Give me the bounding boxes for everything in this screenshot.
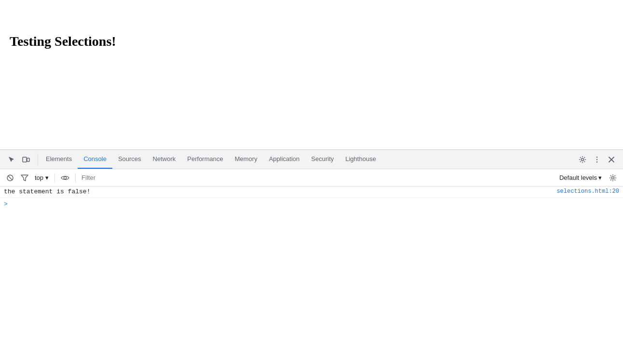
console-toolbar-right [607, 172, 619, 184]
device-toolbar-button[interactable] [19, 153, 33, 166]
svg-point-5 [596, 161, 597, 162]
tab-sources[interactable]: Sources [112, 150, 147, 169]
svg-point-3 [596, 156, 597, 157]
device-icon [22, 156, 30, 163]
tab-memory[interactable]: Memory [229, 150, 263, 169]
svg-point-4 [596, 159, 597, 160]
filter-button[interactable] [18, 172, 31, 184]
tab-elements[interactable]: Elements [40, 150, 78, 169]
console-log-source[interactable]: selections.html:20 [556, 188, 619, 195]
page-content: Testing Selections! [0, 0, 623, 149]
svg-point-11 [64, 176, 66, 179]
close-icon [608, 156, 615, 163]
tab-security[interactable]: Security [305, 150, 339, 169]
devtools-panel: Elements Console Sources Network Perform… [0, 149, 623, 364]
devtools-toolbar: Elements Console Sources Network Perform… [0, 150, 623, 169]
inspect-element-button[interactable] [5, 153, 18, 166]
eye-icon [61, 174, 69, 182]
tab-performance[interactable]: Performance [181, 150, 229, 169]
svg-marker-10 [21, 175, 28, 181]
console-log-entry: the statement is false! selections.html:… [0, 187, 623, 198]
clear-icon [6, 174, 14, 182]
console-log-text: the statement is false! [4, 188, 90, 195]
devtools-tabs: Elements Console Sources Network Perform… [40, 150, 573, 169]
filter-icon [21, 174, 28, 182]
console-toolbar-left [4, 172, 31, 184]
default-levels-arrow-icon: ▾ [598, 174, 602, 181]
gear-icon [579, 156, 586, 163]
context-selector[interactable]: top ▾ [33, 173, 51, 182]
cursor-icon [8, 156, 15, 163]
filter-input[interactable] [80, 174, 555, 181]
svg-rect-0 [23, 157, 27, 162]
clear-console-button[interactable] [4, 172, 16, 184]
chevron-down-icon: ▾ [45, 174, 49, 181]
console-toolbar: top ▾ Default levels ▾ [0, 169, 623, 187]
default-levels-label: Default levels [559, 174, 597, 181]
settings-button[interactable] [576, 153, 589, 166]
devtools-icons-left [2, 153, 36, 166]
console-prompt-row: > [0, 198, 623, 210]
tab-lighthouse[interactable]: Lighthouse [339, 150, 382, 169]
page-title: Testing Selections! [10, 34, 613, 49]
close-devtools-button[interactable] [605, 153, 618, 166]
svg-rect-1 [27, 158, 29, 162]
context-divider [54, 173, 55, 183]
toolbar-divider [38, 154, 38, 165]
svg-point-2 [582, 158, 584, 161]
console-prompt-chevron: > [4, 201, 8, 208]
svg-line-9 [8, 176, 12, 180]
tab-application[interactable]: Application [263, 150, 306, 169]
svg-point-12 [612, 176, 614, 179]
tab-network[interactable]: Network [147, 150, 182, 169]
context-value: top [35, 174, 43, 181]
filter-divider [75, 173, 76, 183]
tab-console[interactable]: Console [78, 150, 112, 169]
devtools-toolbar-right [573, 153, 621, 166]
console-settings-button[interactable] [607, 172, 619, 184]
default-levels-button[interactable]: Default levels ▾ [556, 173, 605, 182]
console-output: the statement is false! selections.html:… [0, 187, 623, 364]
eye-button[interactable] [59, 172, 71, 184]
more-button[interactable] [590, 153, 604, 166]
more-dots-icon [593, 156, 601, 163]
console-gear-icon [609, 174, 617, 182]
